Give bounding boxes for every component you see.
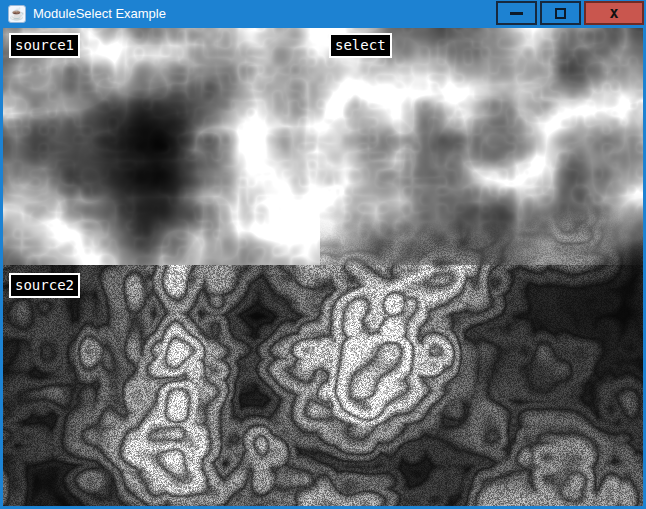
source2-image — [3, 265, 643, 506]
title-bar[interactable]: ☕ ModuleSelect Example x — [0, 0, 646, 28]
render-client-area: source1 select source2 — [3, 28, 643, 506]
select-label: select — [329, 33, 392, 58]
close-icon: x — [609, 6, 618, 21]
source2-label: source2 — [9, 273, 80, 298]
close-button[interactable]: x — [584, 1, 644, 25]
minimize-icon — [510, 12, 523, 15]
maximize-icon — [555, 8, 566, 19]
window-controls: x — [496, 1, 644, 25]
java-coffee-cup-icon: ☕ — [8, 5, 26, 23]
maximize-button[interactable] — [540, 1, 581, 25]
window-title: ModuleSelect Example — [33, 0, 166, 28]
source1-image — [3, 28, 320, 265]
minimize-button[interactable] — [496, 1, 537, 25]
source1-label: source1 — [9, 33, 80, 58]
app-window: ☕ ModuleSelect Example x source1 select … — [0, 0, 646, 509]
coffee-cup-glyph: ☕ — [10, 8, 25, 20]
